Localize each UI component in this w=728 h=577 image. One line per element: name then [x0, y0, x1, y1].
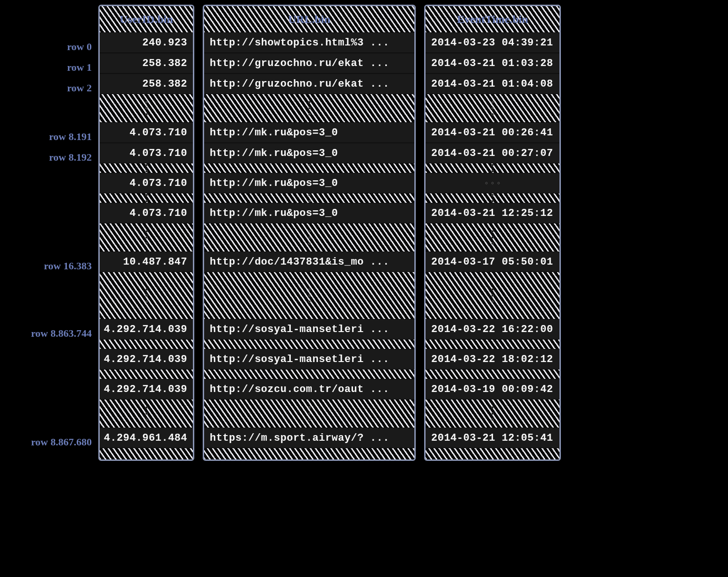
table-row: 258.382 — [100, 74, 193, 94]
column-header-eventtime: EventTime.bin — [426, 6, 559, 32]
table-row: 2014-03-21 01:03:28 — [426, 53, 559, 74]
row-label-gap — [0, 98, 98, 126]
columns-area: UserID.bin 240.923 258.382 258.382 4.073… — [98, 5, 561, 461]
table-row: 4.292.714.039 — [100, 349, 193, 370]
vertical-ellipsis-icon — [308, 194, 310, 202]
column-url: URL.bin http://showtopics.html%3 ... htt… — [203, 5, 416, 461]
table-row: http://sosyal-mansetleri ... — [204, 349, 414, 370]
table-row: http://mk.ru&pos=3_0 — [204, 143, 414, 163]
vertical-ellipsis-icon — [308, 230, 310, 245]
table-row: http://sosyal-mansetleri ... — [204, 319, 414, 340]
table-row: 2014-03-22 16:22:00 — [426, 319, 559, 340]
row-label-8863744: row 8.863.744 — [0, 323, 98, 344]
table-row: 4.292.714.039 — [100, 319, 193, 340]
vertical-ellipsis-icon — [145, 230, 147, 245]
row-label-gap — [0, 276, 98, 323]
vertical-ellipsis-icon — [492, 194, 494, 202]
diagram-root: row 0 row 1 row 2 row 8.191 row 8.192 ro… — [0, 0, 728, 461]
table-row: 2014-03-21 00:27:07 — [426, 143, 559, 163]
table-row: 2014-03-21 12:05:41 — [426, 428, 559, 448]
table-row: http://mk.ru&pos=3_0 — [204, 203, 414, 223]
table-row: http://mk.ru&pos=3_0 — [204, 122, 414, 143]
row-label-blank — [0, 177, 98, 198]
vertical-ellipsis-icon — [145, 164, 147, 172]
column-eventtime: EventTime.bin 2014-03-23 04:39:21 2014-0… — [424, 5, 561, 461]
table-row: http://doc/1437831&is_mo ... — [204, 252, 414, 272]
row-label-blank — [0, 353, 98, 374]
vertical-ellipsis-icon — [492, 164, 494, 172]
table-row: http://gruzochno.ru/ekat ... — [204, 53, 414, 74]
vertical-ellipsis-icon — [308, 407, 310, 421]
table-row: 2014-03-22 18:02:12 — [426, 349, 559, 370]
row-label-1: row 1 — [0, 57, 98, 78]
table-row: 2014-03-23 04:39:21 — [426, 32, 559, 53]
row-label-2: row 2 — [0, 78, 98, 98]
row-label-gap — [0, 168, 98, 177]
table-row: 10.487.847 — [100, 252, 193, 272]
vertical-ellipsis-icon — [145, 288, 147, 303]
vertical-ellipsis-icon — [308, 101, 310, 116]
row-label-gap — [0, 228, 98, 256]
row-label-gap — [0, 344, 98, 353]
table-row: 2014-03-21 12:25:12 — [426, 203, 559, 223]
table-row: 4.073.710 — [100, 122, 193, 143]
table-row — [426, 173, 559, 193]
table-row: 4.292.714.039 — [100, 379, 193, 399]
table-row: 4.294.961.484 — [100, 428, 193, 448]
row-label-gap — [0, 374, 98, 383]
table-row: http://mk.ru&pos=3_0 — [204, 173, 414, 193]
vertical-ellipsis-icon — [308, 164, 310, 172]
table-row: 4.073.710 — [100, 143, 193, 163]
vertical-ellipsis-icon — [492, 288, 494, 303]
table-row: 258.382 — [100, 53, 193, 74]
row-label-gap — [0, 404, 98, 432]
row-label-8191: row 8.191 — [0, 126, 98, 147]
table-row: 2014-03-21 01:04:08 — [426, 74, 559, 94]
table-row: 4.073.710 — [100, 173, 193, 193]
row-label-16383: row 16.383 — [0, 256, 98, 276]
row-label-0: row 0 — [0, 37, 98, 57]
table-row: 4.073.710 — [100, 203, 193, 223]
vertical-ellipsis-icon — [492, 101, 494, 116]
row-label-gap — [0, 198, 98, 207]
table-row: 2014-03-21 00:26:41 — [426, 122, 559, 143]
column-header-userid: UserID.bin — [100, 6, 193, 32]
row-label-8867680: row 8.867.680 — [0, 432, 98, 452]
table-row: http://sozcu.com.tr/oaut ... — [204, 379, 414, 399]
table-row: http://showtopics.html%3 ... — [204, 32, 414, 53]
table-row: http://gruzochno.ru/ekat ... — [204, 74, 414, 94]
row-labels-gutter: row 0 row 1 row 2 row 8.191 row 8.192 ro… — [0, 5, 98, 452]
row-label-blank — [0, 383, 98, 404]
horizontal-ellipsis-icon — [485, 182, 500, 185]
vertical-ellipsis-icon — [308, 288, 310, 303]
column-userid: UserID.bin 240.923 258.382 258.382 4.073… — [98, 5, 194, 461]
vertical-ellipsis-icon — [492, 230, 494, 245]
vertical-ellipsis-icon — [145, 407, 147, 421]
vertical-ellipsis-icon — [145, 194, 147, 202]
vertical-ellipsis-icon — [492, 407, 494, 421]
table-row: https://m.sport.airway/? ... — [204, 428, 414, 448]
column-header-url: URL.bin — [204, 6, 414, 32]
row-label-blank — [0, 207, 98, 228]
row-label-8192: row 8.192 — [0, 147, 98, 168]
table-row: 2014-03-17 05:50:01 — [426, 252, 559, 272]
table-row: 240.923 — [100, 32, 193, 53]
vertical-ellipsis-icon — [145, 101, 147, 116]
table-row: 2014-03-19 00:09:42 — [426, 379, 559, 399]
